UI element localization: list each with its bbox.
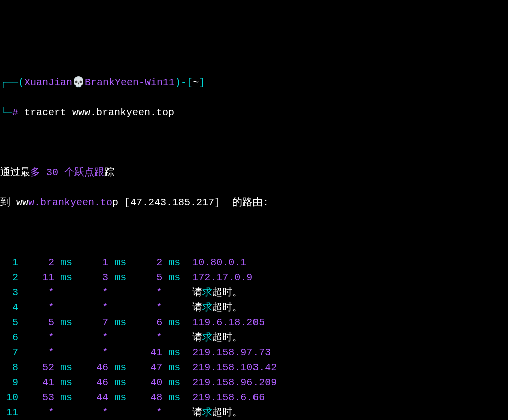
hop-ms: ms (60, 257, 72, 268)
hop-addr-mid: 求 (202, 407, 212, 418)
hop-addr: 请 (192, 407, 202, 418)
prompt-open-paren: ( (18, 77, 24, 88)
hop-star: * (24, 332, 54, 343)
hop-ms: ms (60, 317, 72, 328)
hop-addr: 219.158.6.66 (192, 392, 265, 403)
terminal-output: ┌──(XuanJian💀BrankYeen-Win11)-[~] └─# tr… (0, 60, 508, 420)
prompt-corner-bottom: └─ (0, 107, 12, 118)
hop-time: 5 (24, 317, 54, 328)
hop-star: * (78, 407, 108, 418)
hop-addr-end: 超时。 (212, 407, 242, 418)
hop-time: 7 (78, 317, 108, 328)
trace-h2c: p [47.243.185.21 (112, 197, 208, 208)
prompt-line-2[interactable]: └─# tracert www.brankyeen.top (0, 105, 508, 120)
hop-row: 11 * * * 请求超时。 (0, 405, 508, 420)
hop-time: 48 (132, 392, 162, 403)
hop-star: * (24, 407, 54, 418)
prompt-corner-top: ┌── (0, 77, 18, 88)
hop-number: 2 (0, 272, 18, 283)
blank-line (0, 225, 508, 240)
hop-star: * (132, 332, 162, 343)
hop-time: 5 (132, 272, 162, 283)
hop-time: 3 (78, 272, 108, 283)
trace-h2a: 到 ww (0, 197, 28, 208)
hop-time: 6 (132, 317, 162, 328)
prompt-open-bracket: [ (187, 77, 193, 88)
command-text: tracert www.brankyeen.top (18, 107, 174, 118)
prompt-user: XuanJian (24, 77, 72, 88)
hop-row: 1 2 ms 1 ms 2 ms 10.80.0.1 (0, 255, 508, 270)
trace-header-1: 通过最多 30 个跃点跟踪 (0, 165, 508, 180)
hop-addr: 10.80.0.1 (192, 257, 246, 268)
hop-row: 3 * * * 请求超时。 (0, 285, 508, 300)
trace-header-2: 到 www.brankyeen.top [47.243.185.217] 的路由… (0, 195, 508, 210)
hop-addr: 请 (192, 302, 202, 313)
hop-ms: ms (168, 392, 180, 403)
hop-number: 10 (0, 392, 18, 403)
hop-number: 6 (0, 332, 18, 343)
hop-number: 4 (0, 302, 18, 313)
hop-number: 9 (0, 377, 18, 388)
hop-star: * (24, 347, 54, 358)
hop-row: 2 11 ms 3 ms 5 ms 172.17.0.9 (0, 270, 508, 285)
hop-time: 41 (24, 377, 54, 388)
hop-time: 46 (78, 377, 108, 388)
hop-time: 52 (24, 362, 54, 373)
hop-addr: 219.158.97.73 (192, 347, 271, 358)
hop-ms: ms (168, 272, 180, 283)
hop-time: 44 (78, 392, 108, 403)
hop-addr: 172.17.0.9 (192, 272, 252, 283)
hop-addr-end: 超时。 (212, 332, 242, 343)
hop-addr-mid: 求 (202, 332, 212, 343)
hop-time: 46 (78, 362, 108, 373)
hop-star: * (78, 332, 108, 343)
hop-star: * (132, 302, 162, 313)
hop-star: * (24, 302, 54, 313)
hop-ms: ms (60, 392, 72, 403)
hop-ms: ms (168, 362, 180, 373)
prompt-close-paren: ) (175, 77, 181, 88)
hop-ms: ms (60, 377, 72, 388)
prompt-close-bracket: ] (199, 77, 205, 88)
hop-number: 8 (0, 362, 18, 373)
hop-time: 2 (132, 257, 162, 268)
hop-time: 53 (24, 392, 54, 403)
hop-star: * (78, 302, 108, 313)
blank-line (0, 135, 508, 150)
hop-addr: 请 (192, 287, 202, 298)
hop-ms: ms (114, 272, 126, 283)
hop-row: 5 5 ms 7 ms 6 ms 119.6.18.205 (0, 315, 508, 330)
hop-row: 4 * * * 请求超时。 (0, 300, 508, 315)
hop-ms: ms (168, 317, 180, 328)
hop-time: 47 (132, 362, 162, 373)
hop-number: 3 (0, 287, 18, 298)
trace-h1c: 踪 (104, 167, 114, 178)
hop-star: * (132, 287, 162, 298)
hop-ms: ms (114, 362, 126, 373)
hops-list: 1 2 ms 1 ms 2 ms 10.80.0.1 2 11 ms 3 ms … (0, 255, 508, 420)
hop-addr: 请 (192, 332, 202, 343)
hop-ms: ms (60, 272, 72, 283)
hop-row: 9 41 ms 46 ms 40 ms 219.158.96.209 (0, 375, 508, 390)
hop-addr-end: 超时。 (212, 287, 242, 298)
trace-h1a: 通过最 (0, 167, 30, 178)
hop-star: * (24, 287, 54, 298)
hop-ms: ms (168, 377, 180, 388)
hop-ms: ms (168, 257, 180, 268)
hop-addr-end: 超时。 (212, 302, 242, 313)
hop-row: 8 52 ms 46 ms 47 ms 219.158.103.42 (0, 360, 508, 375)
hop-number: 11 (0, 407, 18, 418)
prompt-cwd: ~ (193, 77, 199, 88)
hop-addr: 219.158.96.209 (192, 377, 277, 388)
skull-icon: 💀 (72, 77, 85, 88)
hop-time: 40 (132, 377, 162, 388)
hop-star: * (78, 287, 108, 298)
prompt-hash: # (12, 107, 18, 118)
hop-addr: 219.158.103.42 (192, 362, 277, 373)
hop-addr: 119.6.18.205 (192, 317, 265, 328)
hop-ms: ms (168, 347, 180, 358)
hop-row: 7 * * 41 ms 219.158.97.73 (0, 345, 508, 360)
trace-h2d: 7] 的路由: (208, 197, 269, 208)
hop-ms: ms (60, 362, 72, 373)
hop-time: 11 (24, 272, 54, 283)
